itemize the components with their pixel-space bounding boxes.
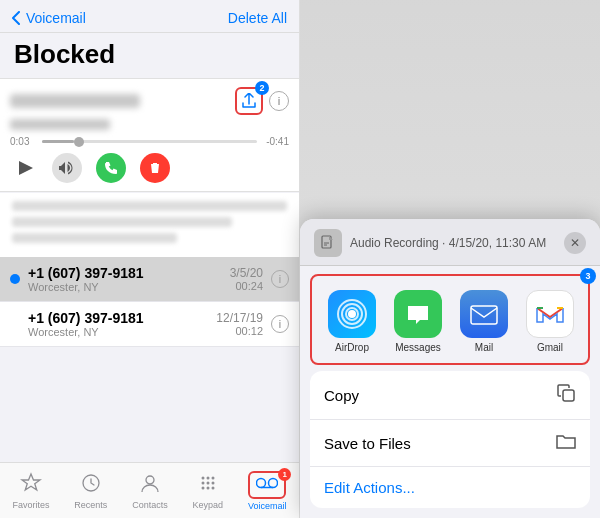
tab-recents[interactable]: Recents xyxy=(66,468,115,514)
share-apps-row: 3 AirDrop Messag xyxy=(310,274,590,365)
voicemail-icon-wrap: 1 xyxy=(248,471,286,499)
tab-keypad[interactable]: Keypad xyxy=(185,468,232,514)
caller-number-blurred xyxy=(10,119,110,130)
call-button[interactable] xyxy=(96,153,126,183)
vm-caller-number: +1 (607) 397-9181 xyxy=(28,265,222,281)
tab-bar: Favorites Recents Contacts xyxy=(0,462,299,518)
progress-fill xyxy=(42,140,74,143)
voicemail-badge: 1 xyxy=(278,468,291,481)
vm-duration: 00:24 xyxy=(230,280,263,292)
svg-point-3 xyxy=(206,476,209,479)
edit-actions-action[interactable]: Edit Actions... xyxy=(310,467,590,508)
nav-bar: Voicemail Delete All xyxy=(0,0,299,33)
transcript-line xyxy=(12,217,232,227)
vm-item-info: +1 (607) 397-9181 Worcester, NY xyxy=(28,265,222,293)
vm-card-action-icons: 2 i xyxy=(235,87,289,115)
svg-point-4 xyxy=(211,476,214,479)
voicemail-icon xyxy=(256,475,278,491)
progress-thumb xyxy=(74,137,84,147)
playback-controls xyxy=(10,153,289,183)
tab-favorites[interactable]: Favorites xyxy=(4,468,57,514)
right-panel: Audio Recording · 4/15/20, 11:30 AM ✕ 3 … xyxy=(300,0,600,518)
person-icon xyxy=(139,472,161,494)
vm-info-icon[interactable]: i xyxy=(271,315,289,333)
close-share-sheet-button[interactable]: ✕ xyxy=(564,232,586,254)
transcript-line xyxy=(12,201,287,211)
delete-voicemail-button[interactable] xyxy=(140,153,170,183)
unread-dot xyxy=(10,274,20,284)
time-elapsed: 0:03 xyxy=(10,136,38,147)
svg-point-2 xyxy=(201,476,204,479)
play-button[interactable] xyxy=(10,154,38,182)
time-remaining: -0:41 xyxy=(261,136,289,147)
tab-voicemail[interactable]: 1 Voicemail xyxy=(240,467,295,515)
vm-item-right: 3/5/20 00:24 xyxy=(230,266,263,292)
unread-dot xyxy=(10,319,20,329)
airdrop-graphic xyxy=(336,298,368,330)
keypad-icon-wrap xyxy=(197,472,219,498)
progress-bar-row: 0:03 -0:41 xyxy=(10,136,289,147)
mail-label: Mail xyxy=(475,342,493,353)
apps-badge: 3 xyxy=(580,268,596,284)
svg-rect-20 xyxy=(563,390,574,401)
star-icon xyxy=(20,472,42,494)
tab-contacts-label: Contacts xyxy=(132,500,168,510)
clock-icon xyxy=(80,472,102,494)
svg-point-12 xyxy=(269,478,278,487)
transcript-area xyxy=(0,193,299,257)
share-app-messages[interactable]: Messages xyxy=(394,290,442,353)
save-to-files-action[interactable]: Save to Files xyxy=(310,420,590,467)
audio-file-icon xyxy=(314,229,342,257)
edit-actions-label: Edit Actions... xyxy=(324,479,415,496)
speaker-button[interactable] xyxy=(52,153,82,183)
svg-point-11 xyxy=(257,478,266,487)
contacts-icon-wrap xyxy=(139,472,161,498)
recents-icon-wrap xyxy=(80,472,102,498)
share-sheet-header: Audio Recording · 4/15/20, 11:30 AM ✕ xyxy=(300,219,600,266)
active-voicemail-card: 2 i 0:03 -0:41 xyxy=(0,78,299,192)
voicemail-list-item[interactable]: +1 (607) 397-9181 Worcester, NY 3/5/20 0… xyxy=(0,257,299,302)
tab-keypad-label: Keypad xyxy=(193,500,224,510)
tab-voicemail-label: Voicemail xyxy=(248,501,287,511)
svg-point-8 xyxy=(201,486,204,489)
tab-recents-label: Recents xyxy=(74,500,107,510)
transcript-line xyxy=(12,233,177,243)
favorites-icon-wrap xyxy=(20,472,42,498)
vm-caller-number: +1 (607) 397-9181 xyxy=(28,310,208,326)
share-app-airdrop[interactable]: AirDrop xyxy=(328,290,376,353)
messages-label: Messages xyxy=(395,342,441,353)
delete-all-button[interactable]: Delete All xyxy=(228,10,287,26)
voicemail-list-item[interactable]: +1 (607) 397-9181 Worcester, NY 12/17/19… xyxy=(0,302,299,347)
airdrop-dot xyxy=(348,310,356,318)
vm-info-icon[interactable]: i xyxy=(271,270,289,288)
airdrop-label: AirDrop xyxy=(335,342,369,353)
page-title: Blocked xyxy=(0,33,299,78)
share-button-wrapper: 2 xyxy=(235,87,263,115)
share-actions-list: Copy Save to Files Edit Actions... xyxy=(310,371,590,508)
copy-icon xyxy=(556,383,576,407)
vm-date: 12/17/19 xyxy=(216,311,263,325)
info-icon[interactable]: i xyxy=(269,91,289,111)
tab-contacts[interactable]: Contacts xyxy=(124,468,176,514)
svg-point-5 xyxy=(201,481,204,484)
airdrop-app-icon xyxy=(328,290,376,338)
share-app-mail[interactable]: Mail xyxy=(460,290,508,353)
copy-label: Copy xyxy=(324,387,359,404)
folder-icon xyxy=(556,432,576,454)
svg-point-7 xyxy=(211,481,214,484)
svg-point-10 xyxy=(211,486,214,489)
nav-back-button[interactable]: Voicemail xyxy=(12,10,86,26)
gmail-app-icon xyxy=(526,290,574,338)
vm-caller-location: Worcester, NY xyxy=(28,281,222,293)
vm-item-right: 12/17/19 00:12 xyxy=(216,311,263,337)
tab-favorites-label: Favorites xyxy=(12,500,49,510)
vm-item-info: +1 (607) 397-9181 Worcester, NY xyxy=(28,310,208,338)
save-to-files-label: Save to Files xyxy=(324,435,411,452)
share-app-gmail[interactable]: Gmail xyxy=(526,290,574,353)
copy-action[interactable]: Copy xyxy=(310,371,590,420)
caller-name-blurred xyxy=(10,94,140,108)
progress-track[interactable] xyxy=(42,140,257,143)
play-icon xyxy=(19,161,33,175)
svg-point-6 xyxy=(206,481,209,484)
share-sheet: Audio Recording · 4/15/20, 11:30 AM ✕ 3 … xyxy=(300,219,600,518)
